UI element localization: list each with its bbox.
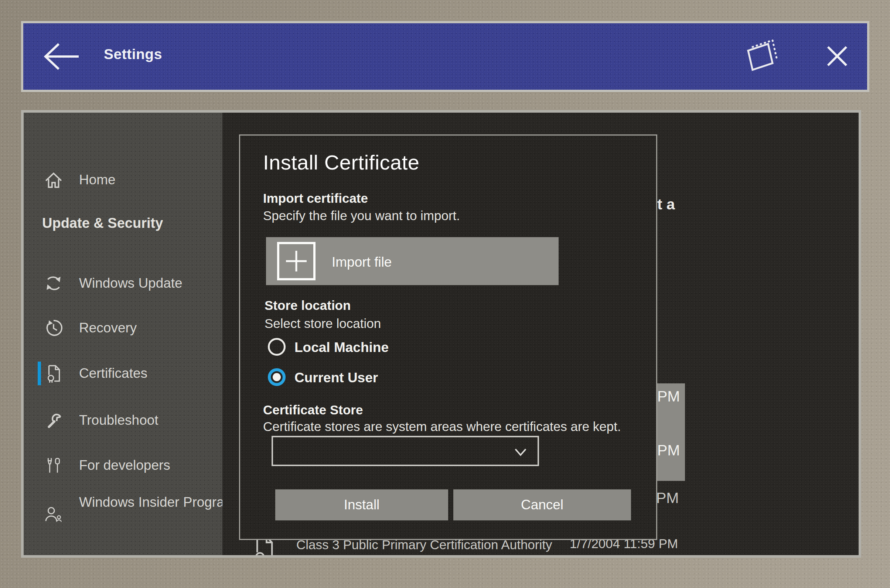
sidebar-section-header: Update & Security bbox=[42, 215, 163, 231]
occluded-selected-row-fragment: PM PM bbox=[656, 383, 685, 481]
follow-window-icon bbox=[744, 39, 779, 74]
sidebar-item-label: Recovery bbox=[79, 320, 137, 336]
radio-label: Current User bbox=[294, 370, 378, 386]
recovery-clock-icon bbox=[44, 319, 63, 337]
sidebar-item-troubleshoot[interactable]: Troubleshoot bbox=[24, 407, 222, 433]
sidebar-item-label: Windows Update bbox=[79, 276, 183, 291]
import-certificate-heading: Import certificate bbox=[263, 191, 368, 206]
plus-icon bbox=[277, 242, 315, 280]
sidebar-item-home[interactable]: Home bbox=[24, 167, 222, 193]
sidebar: Home Update & Security Windows Update bbox=[24, 112, 222, 555]
certificate-store-dropdown[interactable] bbox=[272, 436, 539, 466]
occluded-time-fragment: PM bbox=[657, 442, 680, 459]
certificate-file-icon bbox=[44, 364, 63, 382]
sidebar-item-for-developers[interactable]: For developers bbox=[24, 453, 222, 478]
radio-label: Local Machine bbox=[294, 340, 389, 355]
chevron-down-icon bbox=[513, 446, 528, 459]
cancel-button[interactable]: Cancel bbox=[453, 489, 631, 520]
sidebar-item-label: Home bbox=[79, 172, 116, 188]
sidebar-item-label: Troubleshoot bbox=[79, 412, 159, 428]
radio-unselected-icon bbox=[268, 338, 285, 356]
sidebar-item-windows-update[interactable]: Windows Update bbox=[24, 270, 222, 296]
install-button[interactable]: Install bbox=[275, 489, 448, 520]
import-certificate-description: Specify the file you want to import. bbox=[263, 208, 460, 223]
sidebar-item-label: For developers bbox=[79, 458, 170, 473]
sidebar-item-certificates[interactable]: Certificates bbox=[24, 360, 222, 386]
sidebar-item-windows-insider[interactable]: Windows Insider Program bbox=[24, 493, 222, 537]
back-arrow-icon bbox=[41, 41, 82, 72]
sidebar-item-label: Windows Insider Program bbox=[79, 494, 236, 510]
close-icon bbox=[824, 43, 850, 69]
install-button-label: Install bbox=[344, 497, 380, 513]
occluded-time-fragment: PM bbox=[657, 388, 680, 405]
certificate-store-heading: Certificate Store bbox=[263, 403, 363, 417]
store-location-description: Select store location bbox=[264, 316, 381, 331]
store-location-heading: Store location bbox=[264, 298, 351, 313]
sidebar-item-label: Certificates bbox=[79, 366, 147, 381]
import-file-button-label: Import file bbox=[332, 255, 392, 270]
sync-icon bbox=[44, 274, 63, 292]
selected-item-accent-bar bbox=[38, 362, 41, 385]
sidebar-item-recovery[interactable]: Recovery bbox=[24, 315, 222, 341]
wrench-icon bbox=[44, 411, 63, 429]
dialog-title: Install Certificate bbox=[263, 150, 419, 174]
import-file-button[interactable]: Import file bbox=[266, 237, 558, 285]
occluded-time-fragment: PM bbox=[656, 489, 679, 507]
close-button[interactable] bbox=[824, 43, 850, 69]
certificate-store-description: Certificate stores are system areas wher… bbox=[263, 419, 621, 434]
home-icon bbox=[44, 171, 63, 189]
back-button[interactable] bbox=[41, 41, 82, 72]
occluded-heading-fragment: t a bbox=[657, 196, 675, 213]
window-title: Settings bbox=[104, 46, 162, 62]
insider-person-icon bbox=[44, 505, 63, 524]
radio-selected-icon bbox=[268, 368, 285, 386]
settings-window: Home Update & Security Windows Update bbox=[21, 110, 861, 558]
titlebar: Settings bbox=[21, 21, 869, 92]
ar-environment: { "titlebar": { "title": "Settings" }, "… bbox=[0, 0, 890, 588]
dev-tools-icon bbox=[44, 456, 63, 475]
cancel-button-label: Cancel bbox=[521, 497, 563, 513]
install-certificate-dialog: Install Certificate Import certificate S… bbox=[239, 135, 657, 540]
follow-window-button[interactable] bbox=[744, 39, 779, 74]
